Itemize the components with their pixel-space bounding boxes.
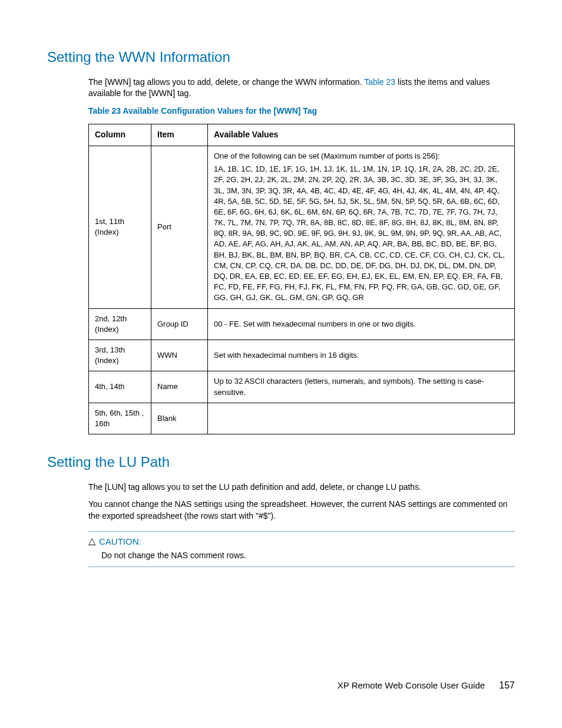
wwn-intro-paragraph: The [WWN] tag allows you to add, delete,… [88, 77, 515, 100]
table-row: 2nd, 12th (Index) Group ID 00 - FE. Set … [89, 308, 515, 340]
caution-rule-top [88, 531, 515, 532]
table-23-link[interactable]: Table 23 [364, 77, 395, 87]
cell-item: Name [151, 371, 208, 403]
cell-values: One of the following can be set (Maximum… [208, 146, 515, 308]
footer-page-number: 157 [499, 680, 515, 690]
section-heading-lu-path: Setting the LU Path [47, 452, 515, 472]
lu-path-para-1: The [LUN] tag allows you to set the LU p… [88, 482, 515, 493]
cell-column: 5th, 6th, 15th , 16th [89, 403, 151, 434]
caution-block: △ CAUTION: Do not change the NAS comment… [88, 531, 515, 567]
values-list: 1A, 1B, 1C, 1D, 1E, 1F, 1G, 1H, 1J, 1K, … [214, 164, 508, 303]
table-header-row: Column Item Available Values [89, 124, 515, 146]
caution-icon: △ [88, 536, 95, 546]
footer-title: XP Remote Web Console User Guide [338, 680, 485, 690]
cell-item: Group ID [151, 308, 208, 340]
cell-column: 3rd, 13th (Index) [89, 340, 151, 371]
cell-item: Port [151, 146, 208, 308]
cell-values: Set with hexadecimal numbers in 16 digit… [208, 340, 515, 371]
table-row: 1st, 11th (Index) Port One of the follow… [89, 146, 515, 308]
page-footer: XP Remote Web Console User Guide 157 [47, 679, 515, 692]
caution-label: CAUTION: [99, 535, 141, 548]
th-item: Item [151, 124, 208, 146]
cell-item: WWN [151, 340, 208, 371]
th-column: Column [89, 124, 151, 146]
cell-column: 2nd, 12th (Index) [89, 308, 151, 340]
caution-text: Do not change the NAS comment rows. [101, 550, 515, 562]
table-row: 5th, 6th, 15th , 16th Blank [89, 403, 515, 434]
th-values: Available Values [208, 124, 515, 146]
caution-rule-bottom [88, 566, 515, 567]
cell-column: 4th, 14th [89, 371, 151, 403]
wwn-intro-text-before: The [WWN] tag allows you to add, delete,… [88, 77, 364, 87]
table-row: 4th, 14th Name Up to 32 ASCII characters… [89, 371, 515, 403]
wwn-config-table: Column Item Available Values 1st, 11th (… [88, 124, 515, 434]
cell-values: Up to 32 ASCII characters (letters, nume… [208, 371, 515, 403]
cell-item: Blank [151, 403, 208, 434]
lu-path-para-2: You cannot change the NAS settings using… [88, 499, 515, 522]
cell-values: 00 - FE. Set with hexadecimal numbers in… [208, 308, 515, 340]
cell-column: 1st, 11th (Index) [89, 146, 151, 308]
section-heading-wwn: Setting the WWN Information [47, 47, 515, 67]
values-intro: One of the following can be set (Maximum… [214, 151, 508, 162]
table-23-caption: Table 23 Available Configuration Values … [88, 106, 515, 117]
table-row: 3rd, 13th (Index) WWN Set with hexadecim… [89, 340, 515, 371]
cell-values [208, 403, 515, 434]
